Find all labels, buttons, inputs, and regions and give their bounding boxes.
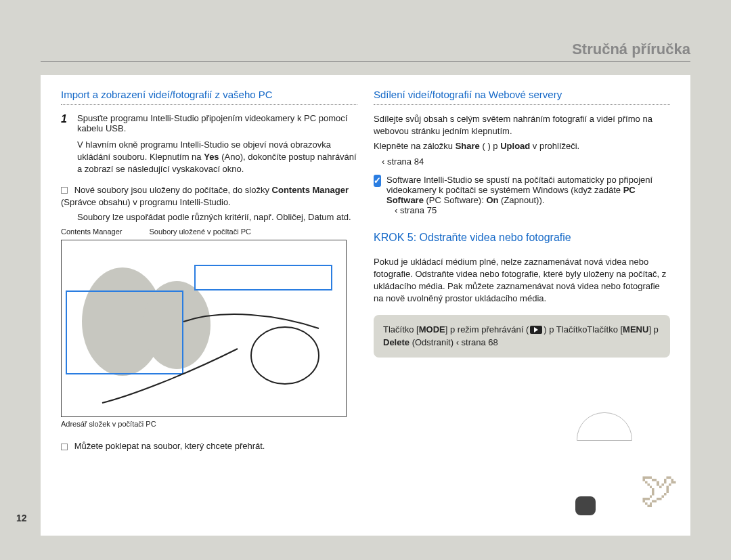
share-instruction: Klepněte na záložku Share ( ) p Upload v… <box>374 140 670 152</box>
left-heading: Import a zobrazení videí/fotografií z va… <box>61 89 357 105</box>
svg-point-0 <box>251 327 319 384</box>
share-para: Sdílejte svůj obsah s celým světem nahrá… <box>374 113 670 137</box>
instruction-box: Tlačítko [MODE] p režim přehrávání () p … <box>374 315 670 358</box>
bullet-icon <box>61 187 68 194</box>
page-number: 12 <box>16 513 27 523</box>
step-1: 1 Spusťte programu Intelli-Studio připoj… <box>61 113 357 133</box>
step-2: Nové soubory jsou uloženy do počítače, d… <box>61 184 357 209</box>
bullet-icon <box>61 444 68 450</box>
caption-folder-pc: Adresář složek v počítači PC <box>61 420 357 428</box>
note-text: Software Intelli-Studio se spustí na poč… <box>386 175 670 215</box>
note-row: ✓ Software Intelli-Studio se spustí na p… <box>374 175 670 215</box>
screenshot-illustration <box>61 240 347 417</box>
step-2-sub: Soubory lze uspořádat podle různých krit… <box>77 211 357 223</box>
step-1-number: 1 <box>61 113 70 133</box>
playback-icon <box>530 326 542 334</box>
illustration-captions-top: Contents Manager Soubory uložené v počít… <box>61 228 357 236</box>
caption-contents-manager: Contents Manager <box>61 228 123 236</box>
caption-files-pc: Soubory uložené v počítači PC <box>150 228 251 236</box>
step-1-sub: V hlavním okně programu Intelli-Studio s… <box>77 139 357 176</box>
share-page-ref: ‹ strana 84 <box>382 156 670 168</box>
dial-icon <box>577 412 632 441</box>
note-icon: ✓ <box>374 175 381 187</box>
right-column: Sdílení videí/fotografií na Webové serve… <box>374 89 670 515</box>
page-body: 12 Import a zobrazení videí/fotografií z… <box>41 75 690 536</box>
bird-icon: 🕊 <box>640 467 678 511</box>
left-column: Import a zobrazení videí/fotografií z va… <box>61 89 357 515</box>
right-heading-share: Sdílení videí/fotografií na Webové serve… <box>374 89 670 105</box>
step5-para: Pokud je ukládací médium plné, nelze zaz… <box>374 256 670 305</box>
step-3: Můžete poklepat na soubor, který chcete … <box>61 440 357 452</box>
step5-heading: KROK 5: Odstraňte videa nebo fotografie <box>374 232 670 248</box>
illustration-lines-icon <box>62 240 346 416</box>
page-title: Stručná příručka <box>41 41 690 62</box>
step-1-text: Spusťte programu Intelli-Studio připojen… <box>77 113 357 133</box>
menu-button-icon <box>575 496 596 515</box>
